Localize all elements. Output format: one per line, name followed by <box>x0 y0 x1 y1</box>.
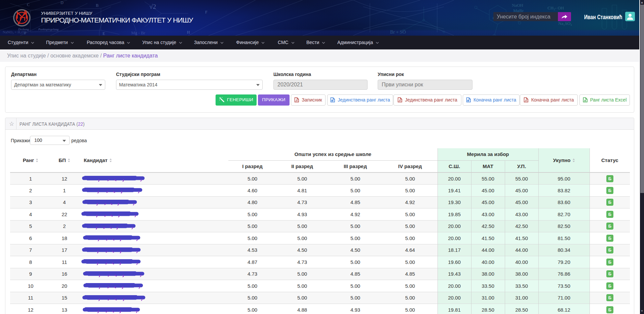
svg-text:Na₂SO₄: Na₂SO₄ <box>558 21 572 26</box>
svg-text:NaOH: NaOH <box>512 3 523 8</box>
svg-text:CH₃- OH: CH₃- OH <box>547 5 564 10</box>
svg-text:B: B <box>96 3 99 8</box>
svg-text:H: H <box>187 30 190 35</box>
svg-text:Br + SO: Br + SO <box>390 30 406 35</box>
svg-text:Mg - Br: Mg - Br <box>131 30 146 35</box>
svg-text:NaNO₃ + H₂O: NaNO₃ + H₂O <box>3 30 24 34</box>
svg-text:C: C <box>27 2 30 7</box>
svg-text:D: D <box>61 0 64 5</box>
svg-text:F: F <box>24 31 27 35</box>
svg-text:E: E <box>103 31 105 36</box>
svg-text:√2: √2 <box>149 3 156 10</box>
svg-text:F: F <box>205 10 207 14</box>
svg-text:Punktspiegelung: Punktspiegelung <box>38 28 59 31</box>
